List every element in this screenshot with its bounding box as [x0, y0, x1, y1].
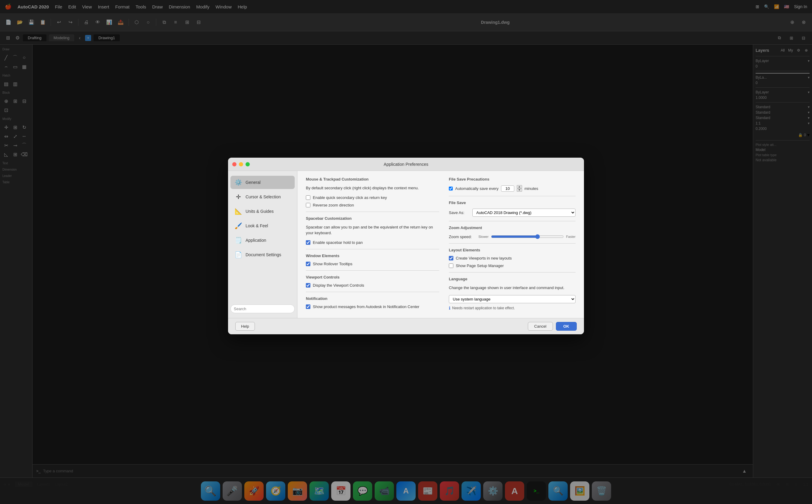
look-icon: 🖌️: [234, 222, 242, 229]
spacebar-hold-label: Enable spacebar hold to pan: [313, 240, 363, 245]
language-select[interactable]: Use system language: [449, 295, 576, 303]
autosave-up[interactable]: ▲: [517, 185, 522, 188]
divider-3: [306, 270, 439, 271]
autosave-row: Automatically save every ▲ ▼ minutes: [449, 185, 576, 192]
quick-secondary-checkbox[interactable]: [306, 195, 310, 200]
show-messages-row: Show product messages from Autodesk in N…: [306, 304, 439, 309]
notification-section-title: Notification: [306, 296, 439, 301]
dialog-title: Application Preferences: [384, 162, 428, 167]
nav-document-label: Document Settings: [245, 252, 281, 257]
layout-elements-title: Layout Elements: [449, 248, 576, 252]
create-viewports-checkbox[interactable]: [449, 256, 454, 260]
zoom-slower-label: Slower: [479, 235, 489, 238]
autosave-value-input[interactable]: [501, 185, 514, 192]
general-icon: ⚙️: [234, 179, 242, 186]
autosave-down[interactable]: ▼: [517, 188, 522, 192]
show-page-setup-label: Show Page Setup Manager: [456, 263, 504, 268]
minimize-button[interactable]: [239, 162, 243, 166]
nav-application[interactable]: 🗒️ Application: [230, 234, 295, 247]
divider-r2: [449, 221, 576, 221]
show-page-setup-row: Show Page Setup Manager: [449, 263, 576, 268]
nav-units[interactable]: 📐 Units & Guides: [230, 205, 295, 218]
divider-4: [306, 292, 439, 292]
close-button[interactable]: [232, 162, 236, 166]
show-messages-label: Show product messages from Autodesk in N…: [313, 304, 419, 309]
nav-general-label: General: [245, 180, 261, 185]
divider-1: [306, 212, 439, 212]
zoom-section-title: Zoom Adjustment: [449, 225, 576, 230]
cancel-button[interactable]: Cancel: [528, 322, 553, 331]
nav-general[interactable]: ⚙️ General: [230, 176, 295, 189]
nav-cursor[interactable]: ✛ Cursor & Selection: [230, 190, 295, 203]
display-viewport-label: Display the Viewport Controls: [313, 283, 364, 288]
zoom-slider-container: Slower Faster: [479, 234, 576, 239]
quick-secondary-label: Enable quick secondary click as return k…: [313, 195, 387, 200]
dialog-body: ⚙️ General ✛ Cursor & Selection 📐 Units …: [228, 171, 584, 318]
content-right: File Save Precautions Automatically save…: [449, 177, 576, 312]
nav-document[interactable]: 📄 Document Settings: [230, 248, 295, 261]
nav-cursor-label: Cursor & Selection: [245, 194, 281, 199]
sidebar-search-input[interactable]: [230, 304, 295, 313]
quick-secondary-row: Enable quick secondary click as return k…: [306, 195, 439, 200]
create-viewports-row: Create Viewports in new layouts: [449, 256, 576, 260]
autosave-checkbox[interactable]: [449, 187, 453, 191]
viewport-section-title: Viewport Controls: [306, 275, 439, 279]
traffic-lights: [232, 162, 250, 166]
nav-units-label: Units & Guides: [245, 209, 273, 214]
dialog-titlebar: Application Preferences: [228, 158, 584, 171]
mouse-description: By default secondary click (right click)…: [306, 185, 439, 191]
autosave-spinner: ▲ ▼: [517, 185, 522, 192]
application-icon: 🗒️: [234, 237, 242, 244]
zoom-faster-label: Faster: [566, 235, 576, 238]
nav-application-label: Application: [245, 238, 266, 243]
create-viewports-label: Create Viewports in new layouts: [456, 256, 512, 260]
zoom-row: Zoom speed: Slower Faster: [449, 234, 576, 239]
file-save-title: File Save: [449, 200, 576, 205]
spacebar-description: Spacebar can allow you to pan and be the…: [306, 224, 439, 236]
ok-button[interactable]: OK: [556, 322, 577, 331]
display-viewport-row: Display the Viewport Controls: [306, 283, 439, 288]
save-as-row: Save As: AutoCAD 2018 Drawing (*.dwg): [449, 209, 576, 217]
show-tooltips-label: Show Rollover Tooltips: [313, 262, 352, 266]
document-icon: 📄: [234, 251, 242, 258]
save-as-label: Save As:: [449, 210, 470, 215]
autosave-unit: minutes: [525, 186, 539, 191]
show-page-setup-checkbox[interactable]: [449, 263, 454, 268]
zoom-slider[interactable]: [491, 234, 564, 239]
mouse-section-title: Mouse & Trackpad Customization: [306, 177, 439, 181]
spacebar-section-title: Spacebar Customization: [306, 216, 439, 221]
dialog-overlay: Application Preferences ⚙️ General ✛ Cur…: [0, 0, 812, 504]
zoom-speed-label: Zoom speed:: [449, 235, 476, 239]
autosave-label: Automatically save every: [455, 186, 499, 191]
units-icon: 📐: [234, 208, 242, 215]
dialog-content: Mouse & Trackpad Customization By defaul…: [297, 171, 584, 318]
info-icon: ℹ: [449, 306, 450, 310]
divider-2: [306, 249, 439, 249]
spacebar-hold-checkbox[interactable]: [306, 240, 310, 245]
file-save-precautions-title: File Save Precautions: [449, 177, 576, 181]
footer-right-buttons: Cancel OK: [528, 322, 577, 331]
restart-note-text: Needs restart application to take effect…: [452, 306, 515, 310]
content-left: Mouse & Trackpad Customization By defaul…: [306, 177, 439, 312]
spacebar-hold-row: Enable spacebar hold to pan: [306, 240, 439, 245]
reverse-zoom-row: Reverse zoom direction: [306, 203, 439, 207]
maximize-button[interactable]: [245, 162, 250, 166]
show-tooltips-row: Show Rollover Tooltips: [306, 262, 439, 266]
show-messages-checkbox[interactable]: [306, 304, 310, 309]
display-viewport-checkbox[interactable]: [306, 283, 310, 288]
show-tooltips-checkbox[interactable]: [306, 262, 310, 266]
dialog-footer: Help Cancel OK: [228, 318, 584, 334]
divider-r3: [449, 243, 576, 244]
save-as-select[interactable]: AutoCAD 2018 Drawing (*.dwg): [472, 209, 576, 217]
reverse-zoom-checkbox[interactable]: [306, 203, 310, 207]
nav-look[interactable]: 🖌️ Look & Feel: [230, 219, 295, 232]
reverse-zoom-label: Reverse zoom direction: [313, 203, 354, 207]
dialog-sidebar: ⚙️ General ✛ Cursor & Selection 📐 Units …: [228, 171, 297, 318]
restart-note: ℹ Needs restart application to take effe…: [449, 306, 576, 310]
help-button[interactable]: Help: [235, 322, 255, 331]
divider-r1: [449, 196, 576, 196]
window-section-title: Window Elements: [306, 254, 439, 258]
nav-look-label: Look & Feel: [245, 223, 268, 228]
cursor-icon: ✛: [234, 193, 242, 200]
language-description: Change the language shown in user interf…: [449, 285, 576, 291]
